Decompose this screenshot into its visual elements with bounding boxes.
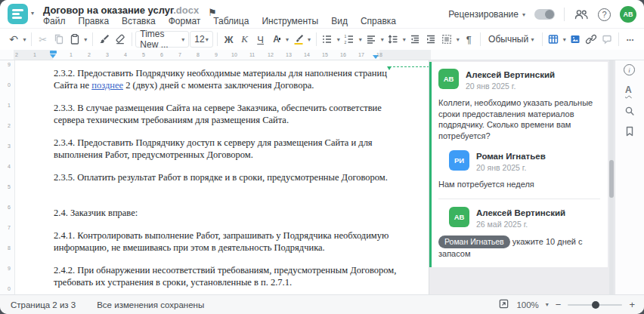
menu-item[interactable]: Таблица [213, 16, 249, 26]
paste-button[interactable] [67, 31, 82, 48]
zoom-in-button[interactable]: + [629, 299, 635, 310]
paste-caret-icon[interactable]: ▾ [83, 36, 88, 43]
zoom-out-button[interactable]: − [556, 299, 562, 310]
horizontal-ruler[interactable]: 21123456789101112131415161718 [0, 50, 644, 60]
menu-item[interactable]: Вставка [122, 16, 156, 26]
insert-comment-button[interactable] [599, 31, 615, 48]
font-size-select[interactable]: 12▾ [190, 31, 213, 48]
paragraph-2-4[interactable]: 2.4. Заказчик вправе: [54, 208, 407, 220]
paragraph-2-3-5[interactable]: 2.3.5. Оплатить результат Работ в порядк… [54, 172, 407, 184]
insert-table-caret-icon[interactable]: ▾ [562, 36, 567, 43]
app-logo-icon[interactable] [8, 4, 28, 24]
line-spacing-button[interactable] [385, 31, 401, 48]
comment-author: Роман Игнатьев [476, 150, 546, 161]
ruler-number: 7 [178, 52, 181, 57]
document-page[interactable]: 2.3.2. Предоставить Подрядчику необходим… [15, 60, 429, 294]
menu-item[interactable]: Вид [331, 16, 348, 26]
undo-caret-icon[interactable]: ▾ [22, 36, 27, 43]
comment-avatar: РИ [449, 150, 469, 171]
ruler-margin-band [379, 50, 431, 60]
zoom-level[interactable]: 100% [516, 300, 538, 309]
vertical-ruler[interactable]: 901234567890 [0, 60, 15, 294]
font-color-button[interactable]: А [269, 31, 284, 48]
divider [480, 32, 481, 46]
numbered-list-caret-icon[interactable]: ▾ [358, 36, 363, 43]
decrease-indent-button[interactable] [407, 31, 423, 48]
font-color-caret-icon[interactable]: ▾ [285, 36, 290, 43]
help-icon[interactable]: ? [598, 8, 611, 21]
search-icon[interactable] [624, 105, 636, 120]
paragraph-settings-button[interactable] [439, 31, 454, 48]
logo-menu-caret-icon[interactable]: ▾ [31, 10, 34, 17]
line-spacing-caret-icon[interactable]: ▾ [401, 36, 407, 43]
zoom-caret-icon[interactable]: ▾ [546, 301, 549, 308]
font-name-select[interactable]: Times New ...▾ [135, 31, 189, 48]
menu-item[interactable]: Инструменты [262, 16, 318, 26]
comments-scrollbar[interactable] [609, 60, 614, 294]
comment-thread-card[interactable]: АВ Алексей Вертинский 20 янв 2025 г. Кол… [429, 62, 608, 267]
increase-indent-button[interactable] [423, 31, 438, 48]
indent-marker[interactable] [50, 51, 57, 58]
underline-button[interactable]: Ч [253, 31, 268, 48]
copy-button[interactable] [51, 31, 67, 48]
comment-header: АВ Алексей Вертинский 20 янв 2025 г. [438, 69, 600, 91]
comment-reply[interactable]: РИ Роман Игнатьев 20 янв 2025 г. Нам пот… [449, 150, 600, 190]
paragraph-2-3-3[interactable]: 2.3.3. В случае размещения Сайта на серв… [54, 103, 407, 126]
show-paragraph-marks-button[interactable]: ¶ [461, 31, 476, 48]
divider [92, 32, 93, 46]
paragraph-2-4-2[interactable]: 2.4.2. При обнаружении несоответствий тр… [54, 265, 407, 288]
review-mode-dropdown[interactable]: Рецензирование ▾ [448, 9, 525, 20]
insert-image-button[interactable] [568, 31, 583, 48]
ruler-number: 6 [0, 205, 11, 210]
comment-text: Роман Игнатьев укажите 10 дней с запасом [438, 236, 600, 260]
bold-button[interactable]: Ж [221, 31, 237, 48]
numbered-list-button[interactable]: 12 [342, 31, 357, 48]
italic-button[interactable]: К [237, 31, 252, 48]
page-indicator[interactable]: Страница 2 из 3 [11, 300, 76, 309]
zoom-slider[interactable] [568, 304, 622, 306]
align-caret-icon[interactable]: ▾ [379, 36, 385, 43]
undo-button[interactable]: ↶ [6, 31, 21, 48]
bookmark-icon[interactable] [624, 125, 636, 140]
info-icon[interactable]: i [624, 64, 635, 75]
divider [31, 32, 32, 46]
ruler-number: 2 [15, 52, 18, 57]
ruler-number: 10 [231, 52, 237, 57]
bullet-list-button[interactable] [320, 31, 335, 48]
paragraph-settings-caret-icon[interactable]: ▾ [455, 36, 460, 43]
insert-link-button[interactable] [584, 31, 599, 48]
paragraph-2-3-4[interactable]: 2.3.4. Предоставить Подрядчику доступ к … [54, 137, 407, 161]
menu-item[interactable]: Справка [361, 16, 396, 26]
fit-width-icon[interactable] [498, 298, 509, 311]
ruler-number: 2 [88, 52, 91, 57]
statusbar: Страница 2 из 3 Все изменения сохранены … [0, 294, 644, 314]
highlight-caret-icon[interactable]: ▾ [307, 36, 312, 43]
user-avatar[interactable]: АВ [620, 6, 636, 23]
align-button[interactable] [364, 31, 379, 48]
highlight-button[interactable] [291, 31, 306, 48]
review-toggle[interactable] [534, 9, 555, 20]
spellcheck-icon[interactable]: А [625, 85, 632, 95]
zoom-slider-knob[interactable] [592, 301, 599, 309]
paragraph-2-4-1[interactable]: 2.4.1. Контролировать выполнение Работ, … [54, 230, 407, 254]
paragraph-style-select[interactable]: Обычный▾ [485, 31, 537, 48]
insert-table-button[interactable] [546, 31, 561, 48]
mention-pill[interactable]: Роман Игнатьев [438, 236, 510, 249]
chevron-down-icon: ▾ [206, 36, 209, 43]
more-tools-button[interactable]: ••• [623, 31, 638, 48]
right-sidebar: i А [615, 60, 644, 294]
divider [217, 32, 218, 46]
clear-formatting-eraser-button[interactable] [113, 31, 128, 48]
format-painter-button[interactable] [97, 31, 112, 48]
comment-reply[interactable]: АВ Алексей Вертинский 26 май 2025 г. Ром… [449, 207, 600, 260]
ruler-number: 0 [0, 82, 11, 88]
paragraph-2-3-2[interactable]: 2.3.2. Предоставить Подрядчику необходим… [54, 68, 407, 91]
bullet-list-caret-icon[interactable]: ▾ [336, 36, 341, 43]
collaboration-users-icon[interactable] [574, 8, 589, 20]
menu-item[interactable]: Формат [169, 16, 201, 26]
menu-item[interactable]: Правка [79, 16, 110, 26]
cut-button[interactable]: ✂ [36, 31, 51, 48]
scrollbar-thumb[interactable] [609, 160, 614, 198]
menu-item[interactable]: Файл [43, 16, 66, 26]
comment-avatar: АВ [449, 207, 469, 227]
